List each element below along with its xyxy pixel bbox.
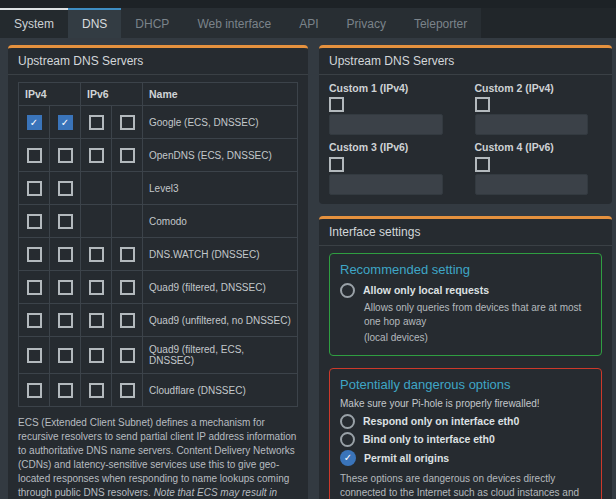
custom-dns-input-2[interactable] [475,114,589,135]
ipv6-checkbox[interactable] [120,148,135,163]
ipv6-checkbox[interactable] [120,280,135,295]
ipv4-checkbox[interactable] [27,214,42,229]
ipv6-checkbox-cell [81,172,112,205]
col-header-ipv6: IPv6 [81,83,143,106]
custom-dns-input-3[interactable] [329,174,443,195]
dns-server-row: Comodo [19,205,298,238]
dns-server-name: Cloudflare (DNSSEC) [143,374,298,407]
settings-content: Upstream DNS Servers IPv4 IPv6 Name ✓✓Go… [0,38,616,499]
custom-dns-enable-checkbox[interactable] [329,157,344,172]
ipv4-checkbox[interactable] [58,383,73,398]
dangerous-options-note: These options are dangerous on devices d… [340,472,591,499]
ipv4-checkbox[interactable] [27,313,42,328]
ipv6-checkbox[interactable] [120,348,135,363]
panel-title: Interface settings [319,219,612,246]
tab-privacy[interactable]: Privacy [333,8,400,38]
upstream-dns-panel-body: IPv4 IPv6 Name ✓✓Google (ECS, DNSSEC)Ope… [8,75,308,499]
ipv4-checkbox-cell [50,238,81,271]
custom-dns-enable-checkbox[interactable] [329,97,344,112]
ipv4-checkbox[interactable] [58,348,73,363]
ipv4-checkbox[interactable] [58,148,73,163]
tab-system[interactable]: System [0,8,68,38]
radio-unselected[interactable] [340,432,355,447]
ipv6-checkbox[interactable] [120,247,135,262]
dns-server-row: Quad9 (filtered, DNSSEC) [19,271,298,304]
ipv4-checkbox[interactable] [27,280,42,295]
tab-teleporter[interactable]: Teleporter [400,8,481,38]
radio-row-dangerous-option[interactable]: Bind only to interface eth0 [340,432,591,447]
ipv6-checkbox-cell [112,238,143,271]
firewall-warning: Make sure your Pi-hole is properly firew… [340,398,591,409]
ipv4-checkbox[interactable] [27,247,42,262]
ipv4-checkbox[interactable] [27,181,42,196]
radio-label: Allow only local requests [363,284,489,296]
tab-web-interface[interactable]: Web interface [183,8,285,38]
ipv4-checkbox-cell [19,172,50,205]
interface-settings-panel: Interface settings Recommended setting A… [319,216,612,499]
dns-server-name: Comodo [143,205,298,238]
upstream-dns-servers-panel: Upstream DNS Servers IPv4 IPv6 Name ✓✓Go… [8,45,308,499]
radio-row-allow-local[interactable]: Allow only local requests [340,283,591,298]
upstream-dns-table: IPv4 IPv6 Name ✓✓Google (ECS, DNSSEC)Ope… [18,82,298,407]
custom-dns-enable-checkbox[interactable] [475,157,490,172]
dns-server-row: OpenDNS (ECS, DNSSEC) [19,139,298,172]
custom-dns-input-4[interactable] [475,174,589,195]
ipv4-checkbox[interactable] [58,247,73,262]
ipv6-checkbox[interactable] [89,313,104,328]
ipv4-checkbox-cell: ✓ [19,106,50,139]
radio-selected[interactable]: ✓ [340,450,356,466]
dangerous-options-heading: Potentially dangerous options [340,377,591,392]
custom-dns-enable-checkbox[interactable] [475,97,490,112]
tab-dhcp[interactable]: DHCP [121,8,183,38]
ipv6-checkbox-cell [81,337,112,374]
dns-server-row: Quad9 (unfiltered, no DNSSEC) [19,304,298,337]
radio-row-dangerous-option[interactable]: Respond only on interface eth0 [340,414,591,429]
dns-server-row: Cloudflare (DNSSEC) [19,374,298,407]
radio-row-dangerous-option[interactable]: ✓Permit all origins [340,450,591,466]
tab-api[interactable]: API [285,8,332,38]
radio-label: Respond only on interface eth0 [363,415,519,427]
ipv6-checkbox[interactable] [120,383,135,398]
ipv4-checkbox-cell [50,139,81,172]
ipv4-checkbox-cell [19,139,50,172]
ipv4-checkbox[interactable] [58,280,73,295]
panel-title: Upstream DNS Servers [319,48,612,75]
ipv6-checkbox[interactable] [89,115,104,130]
ipv6-checkbox-cell [112,106,143,139]
ipv4-checkbox-checked[interactable]: ✓ [27,115,42,130]
ipv6-checkbox[interactable] [89,247,104,262]
ipv4-checkbox[interactable] [58,313,73,328]
ipv4-checkbox[interactable] [27,348,42,363]
ipv6-checkbox[interactable] [120,313,135,328]
ipv6-checkbox-cell [81,271,112,304]
ipv4-checkbox[interactable] [27,148,42,163]
dns-server-name: Google (ECS, DNSSEC) [143,106,298,139]
dns-table-body: ✓✓Google (ECS, DNSSEC)OpenDNS (ECS, DNSS… [19,106,298,407]
ipv4-checkbox-checked[interactable]: ✓ [58,115,73,130]
ipv6-checkbox[interactable] [89,148,104,163]
tab-dns[interactable]: DNS [68,8,121,38]
ipv6-checkbox[interactable] [89,383,104,398]
allow-local-description-line1: Allows only queries from devices that ar… [364,301,591,329]
ipv4-checkbox[interactable] [27,383,42,398]
ipv6-checkbox-cell [81,304,112,337]
ipv6-checkbox-cell [81,205,112,238]
ipv4-checkbox[interactable] [58,181,73,196]
radio-unselected[interactable] [340,414,355,429]
ipv4-checkbox-cell [50,172,81,205]
custom-upstream-panel: Upstream DNS Servers Custom 1 (IPv4)Cust… [319,45,612,204]
dns-server-row: Quad9 (filtered, ECS, DNSSEC) [19,337,298,374]
ipv4-checkbox-cell [19,271,50,304]
radio-allow-local-requests[interactable] [340,283,355,298]
ipv6-checkbox[interactable] [120,115,135,130]
ipv4-checkbox[interactable] [58,214,73,229]
ipv6-checkbox-cell [112,139,143,172]
ipv4-checkbox-cell [19,205,50,238]
custom-dns-input-1[interactable] [329,114,443,135]
ipv6-checkbox[interactable] [89,280,104,295]
dns-server-name: DNS.WATCH (DNSSEC) [143,238,298,271]
dns-server-name: Level3 [143,172,298,205]
custom-dns-label: Custom 2 (IPv4) [475,82,603,94]
ipv6-checkbox[interactable] [89,348,104,363]
radio-label: Bind only to interface eth0 [363,433,495,445]
